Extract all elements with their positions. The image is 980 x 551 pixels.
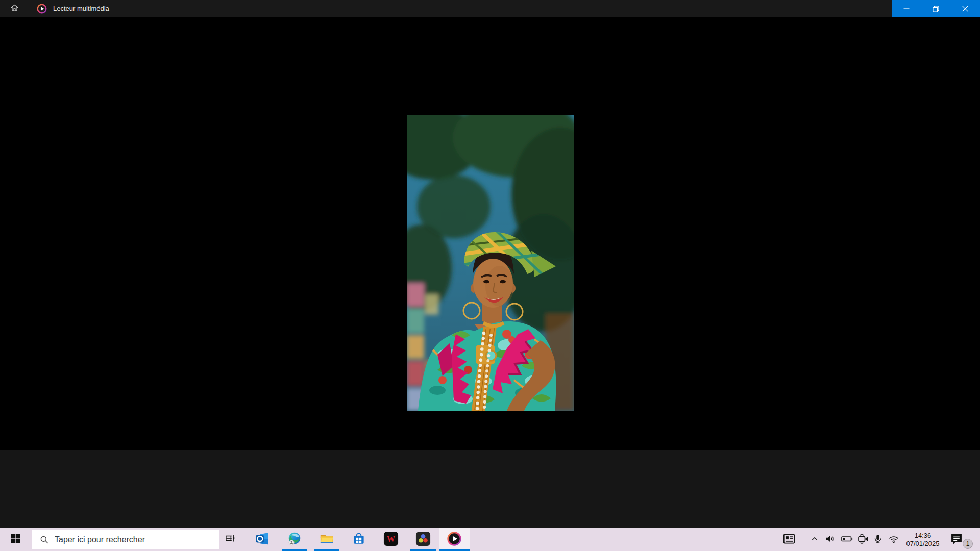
restore-button[interactable] bbox=[921, 0, 951, 17]
media-player-window: Lecteur multimédia bbox=[0, 0, 980, 551]
player-controls-bar: 00:00:10 00:00:20 Mimi créole bbox=[0, 450, 980, 528]
media-player-taskbar-button[interactable] bbox=[439, 528, 470, 551]
app-logo-icon bbox=[37, 4, 47, 14]
davinci-resolve-button[interactable] bbox=[407, 528, 439, 551]
notification-icon bbox=[949, 532, 964, 548]
outlook-button[interactable] bbox=[246, 528, 278, 551]
news-icon bbox=[782, 532, 796, 547]
notification-badge: 1 bbox=[963, 539, 973, 549]
battery-icon bbox=[841, 533, 853, 546]
media-player-icon bbox=[447, 531, 462, 548]
titlebar: Lecteur multimédia bbox=[0, 0, 980, 17]
home-button[interactable] bbox=[4, 0, 24, 17]
windows-logo-icon bbox=[11, 534, 20, 545]
edge-button[interactable] bbox=[278, 528, 310, 551]
tray-microphone-button[interactable] bbox=[871, 528, 885, 551]
video-frame[interactable] bbox=[407, 115, 574, 411]
home-icon bbox=[10, 4, 19, 14]
microsoft-store-icon bbox=[352, 532, 366, 547]
file-explorer-icon bbox=[319, 531, 334, 548]
search-icon bbox=[39, 535, 50, 545]
start-button[interactable] bbox=[4, 528, 27, 551]
video-stage bbox=[0, 17, 980, 450]
clock-time: 14:36 bbox=[915, 532, 932, 540]
wifi-icon bbox=[888, 533, 900, 546]
microsoft-store-button[interactable] bbox=[342, 528, 375, 551]
chevron-up-icon bbox=[811, 535, 819, 544]
active-indicator bbox=[439, 549, 470, 551]
window-title: Lecteur multimédia bbox=[53, 5, 109, 12]
running-indicator bbox=[410, 549, 436, 551]
taskbar-search[interactable] bbox=[32, 530, 219, 549]
window-controls bbox=[892, 0, 980, 17]
svg-text:W: W bbox=[387, 535, 395, 543]
clock-date: 07/01/2025 bbox=[906, 540, 939, 548]
task-view-icon bbox=[225, 533, 236, 546]
tray-camera-button[interactable] bbox=[855, 528, 871, 551]
task-view-button[interactable] bbox=[214, 528, 246, 551]
tray-chevron-button[interactable] bbox=[807, 528, 822, 551]
davinci-resolve-icon bbox=[415, 531, 431, 548]
file-explorer-button[interactable] bbox=[310, 528, 342, 551]
outlook-icon bbox=[255, 531, 270, 548]
wattpad-icon: W bbox=[383, 531, 399, 548]
microphone-icon bbox=[872, 533, 884, 546]
news-button[interactable] bbox=[779, 528, 799, 551]
running-indicator bbox=[282, 549, 307, 551]
running-indicator bbox=[314, 549, 339, 551]
tray-battery-button[interactable] bbox=[839, 528, 854, 551]
tray-volume-icon bbox=[825, 533, 836, 546]
edge-icon bbox=[287, 531, 302, 548]
taskbar-clock[interactable]: 14:36 07/01/2025 bbox=[899, 528, 946, 551]
wattpad-button[interactable]: W bbox=[375, 528, 407, 551]
tray-volume-button[interactable] bbox=[823, 528, 838, 551]
search-input[interactable] bbox=[55, 535, 208, 544]
taskbar: W bbox=[0, 528, 980, 551]
minimize-button[interactable] bbox=[892, 0, 921, 17]
close-button[interactable] bbox=[950, 0, 980, 17]
camera-icon bbox=[857, 533, 869, 546]
taskbar-apps: W bbox=[214, 528, 470, 551]
notification-center-button[interactable]: 1 bbox=[947, 528, 974, 551]
